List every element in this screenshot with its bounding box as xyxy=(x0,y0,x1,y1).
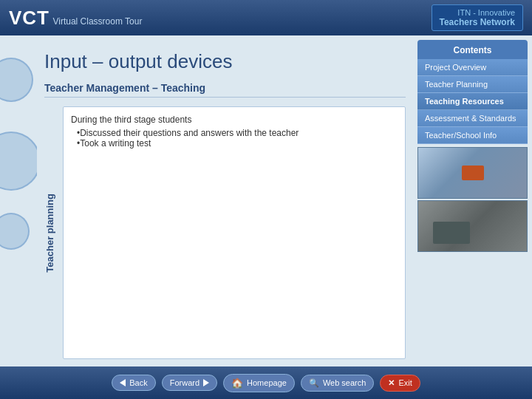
exit-label: Exit xyxy=(398,378,412,387)
homepage-button[interactable]: 🏠 Homepage xyxy=(223,374,295,392)
thumbnails xyxy=(417,147,528,252)
home-icon: 🏠 xyxy=(231,378,243,389)
thumb-screen-2 xyxy=(418,201,527,251)
vct-logo-text: VCT xyxy=(9,7,50,29)
homepage-label: Homepage xyxy=(247,378,287,387)
contents-label: Contents xyxy=(454,45,492,55)
header-left: VCT Virtual Classroom Tour xyxy=(9,7,142,30)
sidebar-item-assessment-standards[interactable]: Assessment & Standards xyxy=(417,110,528,127)
lesson-content: During the third stage students •Discuss… xyxy=(63,106,406,359)
header-bar: VCT Virtual Classroom Tour ITN - Innovat… xyxy=(0,0,532,35)
thumb-screen-1 xyxy=(418,148,527,198)
vct-logo: VCT Virtual Classroom Tour xyxy=(9,7,142,30)
section-heading: Teacher Management – Teaching xyxy=(44,82,406,98)
left-decoration xyxy=(0,35,37,366)
back-button[interactable]: Back xyxy=(112,375,155,391)
lesson-bullet-2: •Took a writing test xyxy=(71,138,398,149)
sidebar-item-teacher-school-info[interactable]: Teacher/School Info xyxy=(417,127,528,144)
bottom-nav-bar: Back Forward 🏠 Homepage 🔍 Web search ✕ E… xyxy=(0,366,532,399)
teacher-planning-label: Teacher planning xyxy=(44,194,55,273)
deco-circle-3 xyxy=(0,213,30,250)
lesson-stage-text: During the third stage students xyxy=(71,115,398,125)
deco-circle-1 xyxy=(0,58,33,102)
page-title: Input – output devices xyxy=(44,50,406,73)
itn-network: Network xyxy=(477,17,515,27)
itn-branding: ITN - Innovative Teachers Network xyxy=(432,4,524,31)
back-label: Back xyxy=(129,378,147,387)
vct-subtitle-text: Virtual Classroom Tour xyxy=(52,16,142,27)
websearch-button[interactable]: 🔍 Web search xyxy=(301,375,375,392)
exit-x-icon: ✕ xyxy=(388,378,395,388)
forward-arrow-icon xyxy=(203,379,209,386)
forward-button[interactable]: Forward xyxy=(162,375,217,391)
itn-line2: Teachers Network xyxy=(440,17,516,27)
thumbnail-2 xyxy=(417,200,528,252)
main-area: Input – output devices Teacher Managemen… xyxy=(0,35,532,366)
sidebar-item-teacher-planning[interactable]: Teacher Planning xyxy=(417,76,528,93)
contents-box: Contents xyxy=(417,40,528,59)
itn-teachers: Teachers xyxy=(440,17,478,27)
lesson-bullet-1: •Discussed their questions and answers w… xyxy=(71,128,398,138)
exit-button[interactable]: ✕ Exit xyxy=(380,375,420,392)
center-content: Input – output devices Teacher Managemen… xyxy=(37,35,417,366)
websearch-label: Web search xyxy=(323,378,366,387)
deco-circle-2 xyxy=(0,132,37,191)
forward-label: Forward xyxy=(170,378,200,387)
back-arrow-icon xyxy=(120,379,126,386)
right-sidebar: Contents Project Overview Teacher Planni… xyxy=(417,35,532,366)
sidebar-item-project-overview[interactable]: Project Overview xyxy=(417,59,528,76)
sidebar-item-teaching-resources[interactable]: Teaching Resources xyxy=(417,93,528,110)
content-body: Teacher planning During the third stage … xyxy=(44,106,406,359)
thumbnail-1 xyxy=(417,147,528,199)
search-icon: 🔍 xyxy=(309,378,319,388)
itn-line1: ITN - Innovative xyxy=(440,8,516,17)
